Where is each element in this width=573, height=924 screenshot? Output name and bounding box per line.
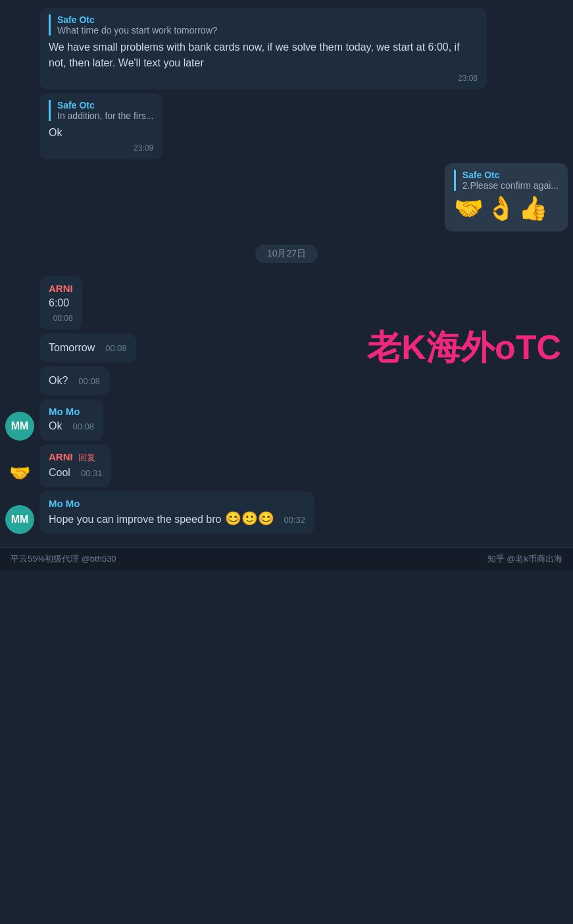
quote-text: What time do you start work tomorrow? [57,25,478,36]
date-pill: 10月27日 [255,245,318,263]
message-text: Cool [49,465,70,481]
message-row: Tomorrow 00:08 老K海外oTC [5,333,568,362]
message-bubble: ARNI 回复 Cool 00:31 [39,445,111,487]
message-bubble: ARNI 6:00 00:08 [39,276,82,329]
quote-block: Safe Otc 2.Please confirm agai... [454,170,559,191]
message-row: MM Mo Mo Ok 00:08 [5,399,568,441]
chat-container: Safe Otc What time do you start work tom… [0,0,573,542]
message-bubble: Safe Otc What time do you start work tom… [39,8,487,89]
sender-name: ARNI [49,451,73,462]
message-text: 6:00 [49,295,73,311]
message-text: Ok [49,418,62,434]
message-bubble: Safe Otc In addition, for the firs... Ok… [39,93,162,159]
message-row: Safe Otc In addition, for the firs... Ok… [5,93,568,159]
sender-name: ARNI [49,283,73,294]
message-row-outgoing: Safe Otc 2.Please confirm agai... 🤝 👌 👍 [5,163,568,231]
message-bubble: Mo Mo Ok 00:08 [39,399,103,441]
watermark-text: 老K海外oTC [367,325,561,371]
message-time: 00:31 [81,468,103,478]
message-bubble: Ok? 00:08 [39,366,109,395]
message-row: 🤝 ARNI 回复 Cool 00:31 [5,445,568,487]
avatar-mo-mo: MM [5,412,34,441]
avatar-arni-emoji: 🤝 [5,458,34,487]
emoji-thumbsup: 👍 [518,195,548,222]
reply-label: 回复 [78,452,95,464]
quote-text: In addition, for the firs... [57,110,153,121]
message-bubble: Mo Mo Hope you can improve the speed bro… [39,491,314,534]
bottom-left-text: 平云55%初级代理 @bth530 [11,553,116,565]
message-text: Ok [49,125,153,141]
message-text: Ok? [49,373,68,389]
emoji-smileys: 😊🙂😊 [225,510,274,526]
date-separator: 10月27日 [5,245,568,263]
bottom-right-text: 知乎 @老k币商出海 [487,553,562,565]
emoji-ok: 👌 [486,195,516,222]
emoji-row: 🤝 👌 👍 [454,195,559,222]
message-text: Hope you can improve the speed bro [49,512,221,527]
message-row: MM Mo Mo Hope you can improve the speed … [5,491,568,534]
message-bubble: Tomorrow 00:08 [39,333,136,362]
quote-sender: Safe Otc [57,100,153,110]
avatar-mo-mo-2: MM [5,505,34,534]
message-time: 00:08 [78,376,100,386]
message-bubble-outgoing: Safe Otc 2.Please confirm agai... 🤝 👌 👍 [445,163,568,231]
quote-block: Safe Otc What time do you start work tom… [49,14,478,36]
message-time: 00:08 [49,314,73,323]
message-row: Safe Otc What time do you start work tom… [5,8,568,89]
quote-block: Safe Otc In addition, for the firs... [49,100,153,121]
message-time: 23:09 [49,143,153,153]
message-time: 23:08 [49,74,478,83]
quote-sender: Safe Otc [57,14,478,25]
message-time: 00:32 [284,515,305,525]
sender-name: Mo Mo [49,498,305,509]
message-time: 00:08 [72,422,94,431]
quote-sender: Safe Otc [462,170,559,180]
message-text: We have small problems with bank cards n… [49,39,478,71]
message-time: 00:08 [105,343,127,353]
message-text: Tomorrow [49,340,95,356]
quote-text: 2.Please confirm agai... [462,180,559,191]
emoji-handshake: 🤝 [454,195,484,222]
message-row: 🤝 Ok? 00:08 [5,366,568,395]
message-row: ARNI 6:00 00:08 [5,276,568,329]
bottom-bar: 平云55%初级代理 @bth530 知乎 @老k币商出海 [0,547,573,570]
sender-name: Mo Mo [49,406,94,417]
